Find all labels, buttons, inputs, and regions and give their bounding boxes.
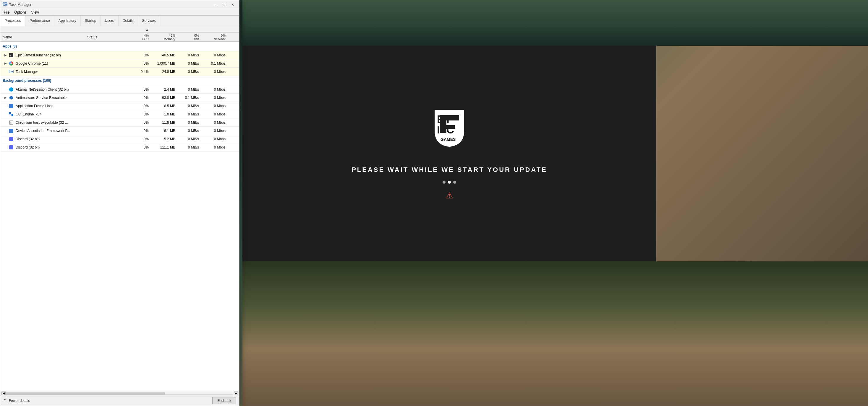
table-row[interactable]: ▶ Google Chrome (11) 0% 1,000.7 MB 0 MB/… <box>0 59 239 68</box>
menu-view[interactable]: View <box>29 9 41 15</box>
table-row[interactable]: ▶ CC_Engine_x64 0% 1.0 MB 0 MB/s 0 Mbps <box>0 110 239 119</box>
process-label: CC_Engine_x64 <box>16 112 41 116</box>
epic-icon: E <box>8 53 14 58</box>
process-list[interactable]: Apps (3) ▶ E EpicGamesLauncher (32 bit) … <box>0 42 239 391</box>
process-disk: 0 MB/s <box>178 104 201 108</box>
end-task-button[interactable]: End task <box>212 397 236 404</box>
process-name-epicgames: ▶ E EpicGamesLauncher (32 bit) <box>0 52 86 58</box>
process-name-taskmanager: ▶ Task Manager <box>0 69 86 75</box>
process-label: Antimalware Service Executable <box>16 96 66 100</box>
svg-rect-17 <box>12 71 13 72</box>
minimize-button[interactable]: ─ <box>211 2 219 8</box>
process-label: Google Chrome (11) <box>16 61 48 66</box>
process-memory: 2.4 MB <box>151 88 178 92</box>
process-label: EpicGamesLauncher (32 bit) <box>16 53 61 57</box>
expand-icon[interactable]: ▶ <box>3 52 8 58</box>
table-row[interactable]: ▶ Discord (32 bit) 0% 5.2 MB 0 MB/s 0 Mb… <box>0 135 239 143</box>
table-row[interactable]: ▶ C Chromium host executable (32 ... 0% … <box>0 119 239 127</box>
shield-icon: ✓ <box>8 95 14 100</box>
epic-dot-2 <box>448 181 451 184</box>
table-row[interactable]: ▶ Task Manager 0.4% 24.8 MB 0 MB/s 0 Mbp… <box>0 68 239 76</box>
table-row[interactable]: ▶ Application Frame Host 0% 6.5 MB 0 MB/… <box>0 102 239 110</box>
process-label: Application Frame Host <box>16 104 53 108</box>
col-header-name[interactable]: Name <box>0 35 86 39</box>
process-name-chrome: ▶ Google Chrome (11) <box>0 61 86 66</box>
process-network: 0 Mbps <box>201 88 228 92</box>
tab-app-history[interactable]: App history <box>54 15 81 26</box>
process-cpu: 0% <box>127 88 151 92</box>
process-cpu: 0% <box>127 137 151 141</box>
col-header-cpu[interactable]: 4% CPU <box>127 34 151 41</box>
svg-rect-11 <box>6 4 7 5</box>
process-network: 0 Mbps <box>201 145 228 149</box>
process-label: Chromium host executable (32 ... <box>16 121 68 125</box>
table-headers: Name Status 4% CPU 43% Memory 0% Disk 0%… <box>0 33 239 42</box>
process-disk: 0 MB/s <box>178 137 201 141</box>
table-row[interactable]: ▶ Device Association Framework P... 0% 6… <box>0 127 239 135</box>
process-cpu: 0% <box>127 129 151 133</box>
sort-cpu-btn[interactable]: ▲ <box>146 26 149 33</box>
table-row[interactable]: ▶ E EpicGamesLauncher (32 bit) 0% 40.5 M… <box>0 51 239 59</box>
table-row[interactable]: ▶ Akamai NetSession Client (32 bit) 0% 2… <box>0 85 239 94</box>
expand-icon[interactable]: ▶ <box>3 95 8 101</box>
maximize-button[interactable]: □ <box>220 2 228 8</box>
tab-startup[interactable]: Startup <box>81 15 101 26</box>
process-cpu: 0% <box>127 121 151 125</box>
process-cpu: 0% <box>127 61 151 66</box>
scroll-right-btn[interactable]: ▶ <box>234 392 238 395</box>
akamai-icon <box>8 87 14 92</box>
tab-users[interactable]: Users <box>100 15 118 26</box>
fewer-details-icon: ⌃ <box>3 398 7 403</box>
fewer-details-button[interactable]: ⌃ Fewer details <box>3 398 30 403</box>
expand-icon[interactable]: ▶ <box>3 61 8 66</box>
process-memory: 1,000.7 MB <box>151 61 178 66</box>
process-disk: 0 MB/s <box>178 121 201 125</box>
svg-text:E: E <box>9 54 11 57</box>
epic-loading-dots <box>442 181 456 184</box>
process-cpu: 0% <box>127 112 151 116</box>
task-manager-window: Task Manager ─ □ ✕ File Options View Pro… <box>0 0 240 406</box>
chrome-icon <box>8 61 14 66</box>
device-icon <box>8 128 14 133</box>
epic-warning-icon: ⚠ <box>446 191 453 201</box>
process-memory: 6.5 MB <box>151 104 178 108</box>
menubar: File Options View <box>0 9 239 15</box>
menu-options[interactable]: Options <box>12 9 29 15</box>
epic-logo-container: E P I C GAMES <box>432 107 467 148</box>
process-name-discord2: ▶ Discord (32 bit) <box>0 144 86 150</box>
tab-services[interactable]: Services <box>138 15 160 26</box>
titlebar-controls: ─ □ ✕ <box>211 2 237 8</box>
svg-text:C: C <box>446 124 454 136</box>
epic-games-logo: E P I C GAMES <box>432 107 467 148</box>
tab-details[interactable]: Details <box>119 15 138 26</box>
game-bg-bottom <box>242 261 868 406</box>
close-button[interactable]: ✕ <box>228 2 237 8</box>
process-name-ccengine: ▶ CC_Engine_x64 <box>0 111 86 117</box>
table-row[interactable]: ▶ Discord (32 bit) 0% 111.1 MB 0 MB/s 0 … <box>0 143 239 151</box>
tab-processes[interactable]: Processes <box>0 15 25 26</box>
horizontal-scrollbar[interactable]: ◀ ▶ <box>0 391 239 395</box>
tab-performance[interactable]: Performance <box>25 15 54 26</box>
process-network: 0 Mbps <box>201 104 228 108</box>
col-header-network[interactable]: 0% Network <box>201 34 228 41</box>
grid-icon <box>8 112 14 117</box>
col-header-disk[interactable]: 0% Disk <box>178 34 201 41</box>
process-memory: 111.1 MB <box>151 145 178 149</box>
process-name-akamai: ▶ Akamai NetSession Client (32 bit) <box>0 87 86 93</box>
process-network: 0 Mbps <box>201 137 228 141</box>
menu-file[interactable]: File <box>1 9 12 15</box>
process-name-deviceassoc: ▶ Device Association Framework P... <box>0 128 86 134</box>
column-sort-row: ▲ <box>0 26 239 33</box>
process-disk: 0 MB/s <box>178 70 201 74</box>
col-header-memory[interactable]: 43% Memory <box>151 34 178 41</box>
col-header-status[interactable]: Status <box>86 35 127 39</box>
table-row[interactable]: ▶ ✓ Antimalware Service Executable 0% 93… <box>0 94 239 102</box>
process-disk: 0 MB/s <box>178 129 201 133</box>
process-disk: 0 MB/s <box>178 88 201 92</box>
process-disk: 0 MB/s <box>178 145 201 149</box>
process-label: Discord (32 bit) <box>16 137 40 141</box>
svg-rect-9 <box>4 3 4 5</box>
process-network: 0 Mbps <box>201 121 228 125</box>
scroll-left-btn[interactable]: ◀ <box>1 392 6 395</box>
svg-text:C: C <box>10 121 12 124</box>
